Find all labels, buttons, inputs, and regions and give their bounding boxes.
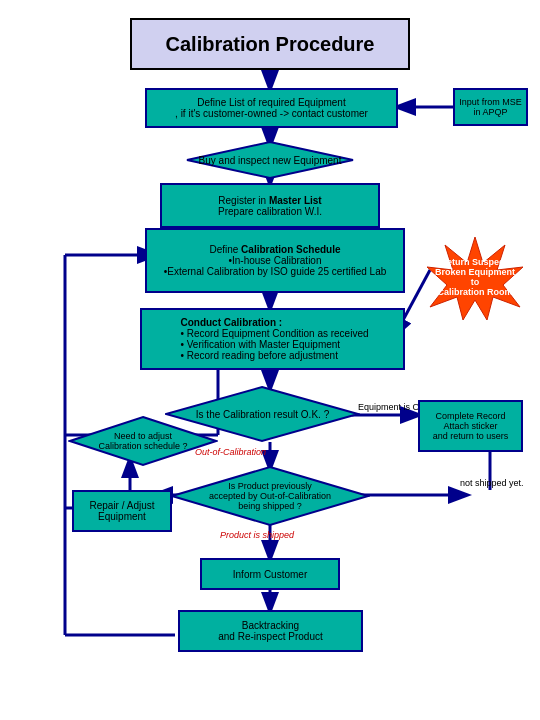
- define-calibration-label: Define Calibration Schedule•In-house Cal…: [164, 244, 387, 277]
- repair-adjust-label: Repair / AdjustEquipment: [89, 500, 154, 522]
- title-box: Calibration Procedure: [130, 18, 410, 70]
- buy-inspect-label: Buy and inspect new Equipment: [199, 155, 342, 166]
- need-adjust-label: Need to adjustCalibration schedule ?: [98, 431, 187, 451]
- register-master-label: Register in Master ListPrepare calibrati…: [218, 195, 322, 217]
- product-shipped-label: Product is shipped: [220, 530, 294, 540]
- product-prev-label: Is Product previouslyaccepted by Out-of-…: [209, 481, 331, 511]
- backtracking-label: Backtrackingand Re-inspect Product: [218, 620, 323, 642]
- flowchart: Calibration Procedure Define List of req…: [0, 0, 540, 720]
- register-master-box: Register in Master ListPrepare calibrati…: [160, 183, 380, 228]
- conduct-calibration-label: Conduct Calibration :• Record Equipment …: [180, 317, 368, 361]
- not-shipped-label: not shipped yet.: [460, 478, 524, 488]
- product-prev-wrap: Is Product previouslyaccepted by Out-of-…: [170, 465, 370, 527]
- return-suspect-label: Return Suspect/Broken Equipment toCalibr…: [430, 257, 520, 297]
- complete-record-box: Complete RecordAttach stickerand return …: [418, 400, 523, 452]
- define-equipment-box: Define List of required Equipment, if it…: [145, 88, 398, 128]
- backtracking-box: Backtrackingand Re-inspect Product: [178, 610, 363, 652]
- inform-customer-box: Inform Customer: [200, 558, 340, 590]
- repair-adjust-box: Repair / AdjustEquipment: [72, 490, 172, 532]
- need-adjust-wrap: Need to adjustCalibration schedule ?: [68, 415, 218, 467]
- complete-record-label: Complete RecordAttach stickerand return …: [433, 411, 509, 441]
- inform-customer-label: Inform Customer: [233, 569, 307, 580]
- define-equipment-label: Define List of required Equipment, if it…: [175, 97, 368, 119]
- input-mse-box: Input from MSEin APQP: [453, 88, 528, 126]
- page-title: Calibration Procedure: [166, 33, 375, 56]
- buy-inspect-wrap: Buy and inspect new Equipment: [185, 140, 355, 180]
- input-mse-label: Input from MSEin APQP: [459, 97, 522, 117]
- conduct-calibration-box: Conduct Calibration :• Record Equipment …: [140, 308, 405, 370]
- define-calibration-box: Define Calibration Schedule•In-house Cal…: [145, 228, 405, 293]
- return-suspect-box: Return Suspect/Broken Equipment toCalibr…: [425, 235, 515, 315]
